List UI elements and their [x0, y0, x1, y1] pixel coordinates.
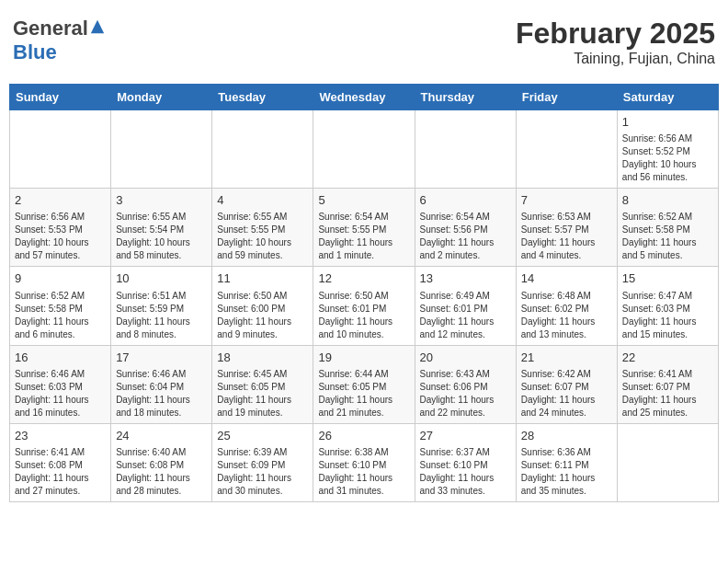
calendar-cell: 9Sunrise: 6:52 AM Sunset: 5:58 PM Daylig… [10, 267, 111, 345]
day-number: 20 [420, 350, 511, 366]
day-info: Sunrise: 6:41 AM Sunset: 6:08 PM Dayligh… [15, 446, 106, 498]
day-number: 6 [420, 192, 511, 209]
day-number: 3 [116, 192, 207, 209]
calendar-cell [516, 110, 617, 189]
day-info: Sunrise: 6:53 AM Sunset: 5:57 PM Dayligh… [521, 211, 612, 262]
calendar-week-2: 2Sunrise: 6:56 AM Sunset: 5:53 PM Daylig… [10, 189, 719, 267]
calendar-cell: 20Sunrise: 6:43 AM Sunset: 6:06 PM Dayli… [415, 345, 516, 423]
calendar-cell: 18Sunrise: 6:45 AM Sunset: 6:05 PM Dayli… [212, 345, 313, 423]
day-number: 9 [15, 270, 106, 287]
day-info: Sunrise: 6:54 AM Sunset: 5:55 PM Dayligh… [318, 211, 409, 262]
calendar-cell: 26Sunrise: 6:38 AM Sunset: 6:10 PM Dayli… [313, 423, 415, 501]
day-info: Sunrise: 6:54 AM Sunset: 5:56 PM Dayligh… [420, 211, 511, 262]
day-number: 4 [217, 192, 308, 209]
calendar-cell [415, 110, 516, 189]
day-number: 10 [116, 270, 207, 287]
calendar-table: SundayMondayTuesdayWednesdayThursdayFrid… [9, 84, 719, 502]
calendar-cell: 4Sunrise: 6:55 AM Sunset: 5:55 PM Daylig… [212, 189, 313, 267]
day-number: 2 [15, 192, 106, 209]
calendar-cell: 10Sunrise: 6:51 AM Sunset: 5:59 PM Dayli… [111, 267, 212, 345]
month-title: February 2025 [516, 17, 715, 51]
calendar-cell: 3Sunrise: 6:55 AM Sunset: 5:54 PM Daylig… [111, 189, 212, 267]
logo-text: General Blue [13, 17, 106, 64]
calendar-cell: 28Sunrise: 6:36 AM Sunset: 6:11 PM Dayli… [516, 423, 617, 501]
day-info: Sunrise: 6:47 AM Sunset: 6:03 PM Dayligh… [622, 290, 713, 341]
calendar-cell [617, 423, 718, 501]
day-number: 26 [318, 428, 409, 444]
calendar-cell: 1Sunrise: 6:56 AM Sunset: 5:52 PM Daylig… [617, 110, 718, 189]
weekday-header-saturday: Saturday [617, 85, 718, 110]
calendar-cell: 19Sunrise: 6:44 AM Sunset: 6:05 PM Dayli… [313, 345, 415, 423]
calendar-cell: 15Sunrise: 6:47 AM Sunset: 6:03 PM Dayli… [617, 267, 718, 345]
weekday-header-monday: Monday [111, 85, 212, 110]
day-info: Sunrise: 6:42 AM Sunset: 6:07 PM Dayligh… [521, 368, 612, 419]
calendar-cell: 6Sunrise: 6:54 AM Sunset: 5:56 PM Daylig… [415, 189, 516, 267]
svg-marker-0 [91, 20, 104, 33]
calendar-cell: 24Sunrise: 6:40 AM Sunset: 6:08 PM Dayli… [111, 423, 212, 501]
day-info: Sunrise: 6:50 AM Sunset: 6:00 PM Dayligh… [217, 290, 308, 341]
day-number: 13 [420, 270, 511, 287]
day-info: Sunrise: 6:37 AM Sunset: 6:10 PM Dayligh… [420, 446, 511, 498]
logo-general: General [13, 17, 88, 40]
day-info: Sunrise: 6:52 AM Sunset: 5:58 PM Dayligh… [15, 290, 106, 341]
day-info: Sunrise: 6:40 AM Sunset: 6:08 PM Dayligh… [116, 446, 207, 498]
day-number: 25 [217, 428, 308, 444]
day-info: Sunrise: 6:48 AM Sunset: 6:02 PM Dayligh… [521, 290, 612, 341]
calendar-cell [212, 110, 313, 189]
title-area: February 2025 Taining, Fujian, China [516, 17, 715, 67]
day-info: Sunrise: 6:51 AM Sunset: 5:59 PM Dayligh… [116, 290, 207, 341]
day-number: 8 [622, 192, 713, 209]
calendar-week-3: 9Sunrise: 6:52 AM Sunset: 5:58 PM Daylig… [10, 267, 719, 345]
calendar-cell: 12Sunrise: 6:50 AM Sunset: 6:01 PM Dayli… [313, 267, 415, 345]
day-number: 17 [116, 350, 207, 366]
calendar-cell: 13Sunrise: 6:49 AM Sunset: 6:01 PM Dayli… [415, 267, 516, 345]
calendar-cell: 25Sunrise: 6:39 AM Sunset: 6:09 PM Dayli… [212, 423, 313, 501]
calendar-cell [111, 110, 212, 189]
weekday-header-tuesday: Tuesday [212, 85, 313, 110]
weekday-header-wednesday: Wednesday [313, 85, 415, 110]
day-number: 7 [521, 192, 612, 209]
day-number: 27 [420, 428, 511, 444]
day-number: 5 [318, 192, 409, 209]
day-number: 1 [622, 114, 713, 131]
day-number: 14 [521, 270, 612, 287]
day-info: Sunrise: 6:56 AM Sunset: 5:52 PM Dayligh… [622, 132, 713, 184]
day-number: 21 [521, 350, 612, 366]
logo-icon [89, 18, 106, 35]
day-number: 11 [217, 270, 308, 287]
header: General Blue February 2025 Taining, Fuji… [9, 9, 719, 75]
day-number: 15 [622, 270, 713, 287]
logo-blue: Blue [13, 40, 57, 63]
calendar-week-1: 1Sunrise: 6:56 AM Sunset: 5:52 PM Daylig… [10, 110, 719, 189]
day-info: Sunrise: 6:49 AM Sunset: 6:01 PM Dayligh… [420, 290, 511, 341]
calendar-cell: 5Sunrise: 6:54 AM Sunset: 5:55 PM Daylig… [313, 189, 415, 267]
calendar-week-5: 23Sunrise: 6:41 AM Sunset: 6:08 PM Dayli… [10, 423, 719, 501]
day-number: 28 [521, 428, 612, 444]
day-info: Sunrise: 6:46 AM Sunset: 6:03 PM Dayligh… [15, 368, 106, 419]
day-number: 18 [217, 350, 308, 366]
calendar-cell: 2Sunrise: 6:56 AM Sunset: 5:53 PM Daylig… [10, 189, 111, 267]
calendar-cell: 14Sunrise: 6:48 AM Sunset: 6:02 PM Dayli… [516, 267, 617, 345]
day-info: Sunrise: 6:45 AM Sunset: 6:05 PM Dayligh… [217, 368, 308, 419]
calendar-cell: 27Sunrise: 6:37 AM Sunset: 6:10 PM Dayli… [415, 423, 516, 501]
day-info: Sunrise: 6:56 AM Sunset: 5:53 PM Dayligh… [15, 211, 106, 262]
day-info: Sunrise: 6:46 AM Sunset: 6:04 PM Dayligh… [116, 368, 207, 419]
day-info: Sunrise: 6:55 AM Sunset: 5:54 PM Dayligh… [116, 211, 207, 262]
calendar-cell: 7Sunrise: 6:53 AM Sunset: 5:57 PM Daylig… [516, 189, 617, 267]
calendar-cell [313, 110, 415, 189]
day-info: Sunrise: 6:52 AM Sunset: 5:58 PM Dayligh… [622, 211, 713, 262]
weekday-header-row: SundayMondayTuesdayWednesdayThursdayFrid… [10, 85, 719, 110]
calendar-cell: 23Sunrise: 6:41 AM Sunset: 6:08 PM Dayli… [10, 423, 111, 501]
day-number: 23 [15, 428, 106, 444]
day-info: Sunrise: 6:55 AM Sunset: 5:55 PM Dayligh… [217, 211, 308, 262]
calendar-cell: 8Sunrise: 6:52 AM Sunset: 5:58 PM Daylig… [617, 189, 718, 267]
calendar-cell: 22Sunrise: 6:41 AM Sunset: 6:07 PM Dayli… [617, 345, 718, 423]
day-info: Sunrise: 6:43 AM Sunset: 6:06 PM Dayligh… [420, 368, 511, 419]
calendar-cell: 17Sunrise: 6:46 AM Sunset: 6:04 PM Dayli… [111, 345, 212, 423]
weekday-header-thursday: Thursday [415, 85, 516, 110]
calendar-week-4: 16Sunrise: 6:46 AM Sunset: 6:03 PM Dayli… [10, 345, 719, 423]
day-number: 19 [318, 350, 409, 366]
day-info: Sunrise: 6:44 AM Sunset: 6:05 PM Dayligh… [318, 368, 409, 419]
weekday-header-sunday: Sunday [10, 85, 111, 110]
calendar-cell: 11Sunrise: 6:50 AM Sunset: 6:00 PM Dayli… [212, 267, 313, 345]
